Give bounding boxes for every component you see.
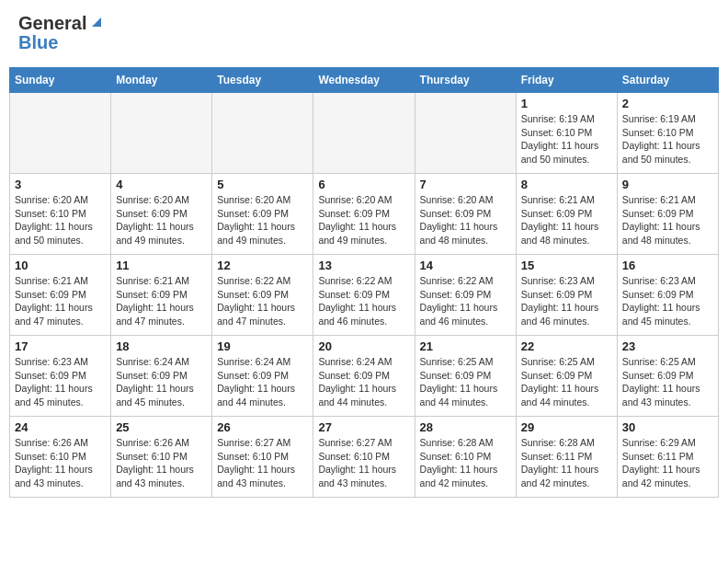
calendar-cell-22: 22Sunrise: 6:25 AMSunset: 6:09 PMDayligh… xyxy=(516,336,617,417)
calendar-cell-23: 23Sunrise: 6:25 AMSunset: 6:09 PMDayligh… xyxy=(617,336,718,417)
calendar-cell-6: 6Sunrise: 6:20 AMSunset: 6:09 PMDaylight… xyxy=(313,174,415,255)
calendar-table: SundayMondayTuesdayWednesdayThursdayFrid… xyxy=(9,67,719,498)
day-info: Sunrise: 6:25 AMSunset: 6:09 PMDaylight:… xyxy=(420,355,511,409)
calendar-cell-empty xyxy=(10,93,111,174)
day-info: Sunrise: 6:25 AMSunset: 6:09 PMDaylight:… xyxy=(622,355,713,409)
calendar-cell-30: 30Sunrise: 6:29 AMSunset: 6:11 PMDayligh… xyxy=(617,417,718,498)
calendar-cell-3: 3Sunrise: 6:20 AMSunset: 6:10 PMDaylight… xyxy=(10,174,111,255)
calendar-cell-2: 2Sunrise: 6:19 AMSunset: 6:10 PMDaylight… xyxy=(617,93,718,174)
day-info: Sunrise: 6:23 AMSunset: 6:09 PMDaylight:… xyxy=(15,355,106,409)
calendar-cell-1: 1Sunrise: 6:19 AMSunset: 6:10 PMDaylight… xyxy=(516,93,617,174)
calendar-cell-14: 14Sunrise: 6:22 AMSunset: 6:09 PMDayligh… xyxy=(415,255,516,336)
day-info: Sunrise: 6:21 AMSunset: 6:09 PMDaylight:… xyxy=(622,193,713,247)
calendar-cell-21: 21Sunrise: 6:25 AMSunset: 6:09 PMDayligh… xyxy=(415,336,516,417)
day-number: 2 xyxy=(622,97,713,110)
calendar-week-0: 1Sunrise: 6:19 AMSunset: 6:10 PMDaylight… xyxy=(10,93,719,174)
day-info: Sunrise: 6:23 AMSunset: 6:09 PMDaylight:… xyxy=(521,274,612,328)
day-number: 27 xyxy=(318,420,409,434)
day-info: Sunrise: 6:19 AMSunset: 6:10 PMDaylight:… xyxy=(521,112,612,167)
calendar-header-row: SundayMondayTuesdayWednesdayThursdayFrid… xyxy=(10,68,719,93)
day-number: 13 xyxy=(318,259,409,272)
day-info: Sunrise: 6:22 AMSunset: 6:09 PMDaylight:… xyxy=(318,274,409,328)
day-info: Sunrise: 6:20 AMSunset: 6:09 PMDaylight:… xyxy=(318,193,409,247)
calendar-cell-empty xyxy=(212,93,313,174)
calendar-week-4: 24Sunrise: 6:26 AMSunset: 6:10 PMDayligh… xyxy=(10,417,719,498)
logo-triangle-icon xyxy=(88,14,105,30)
calendar-week-2: 10Sunrise: 6:21 AMSunset: 6:09 PMDayligh… xyxy=(10,255,719,336)
calendar-header-friday: Friday xyxy=(516,68,617,93)
day-info: Sunrise: 6:25 AMSunset: 6:09 PMDaylight:… xyxy=(521,355,612,409)
logo-text-general: General xyxy=(18,14,86,32)
calendar-header-sunday: Sunday xyxy=(10,68,111,93)
day-number: 18 xyxy=(116,339,207,353)
day-number: 20 xyxy=(318,339,409,353)
day-number: 25 xyxy=(116,420,207,434)
day-info: Sunrise: 6:27 AMSunset: 6:10 PMDaylight:… xyxy=(217,436,308,490)
day-number: 15 xyxy=(521,259,612,272)
day-number: 1 xyxy=(521,97,612,110)
calendar-cell-10: 10Sunrise: 6:21 AMSunset: 6:09 PMDayligh… xyxy=(10,255,111,336)
calendar-cell-27: 27Sunrise: 6:27 AMSunset: 6:10 PMDayligh… xyxy=(313,417,415,498)
calendar-cell-empty xyxy=(313,93,415,174)
day-number: 6 xyxy=(318,178,409,191)
calendar-cell-7: 7Sunrise: 6:20 AMSunset: 6:09 PMDaylight… xyxy=(415,174,516,255)
day-number: 29 xyxy=(521,420,612,434)
calendar-cell-16: 16Sunrise: 6:23 AMSunset: 6:09 PMDayligh… xyxy=(617,255,718,336)
calendar-cell-4: 4Sunrise: 6:20 AMSunset: 6:09 PMDaylight… xyxy=(111,174,212,255)
page-header: General Blue xyxy=(9,9,719,58)
day-info: Sunrise: 6:20 AMSunset: 6:09 PMDaylight:… xyxy=(217,193,308,247)
calendar-cell-11: 11Sunrise: 6:21 AMSunset: 6:09 PMDayligh… xyxy=(111,255,212,336)
day-info: Sunrise: 6:28 AMSunset: 6:10 PMDaylight:… xyxy=(420,436,511,490)
calendar-header-tuesday: Tuesday xyxy=(212,68,313,93)
day-number: 9 xyxy=(622,178,713,191)
calendar-cell-15: 15Sunrise: 6:23 AMSunset: 6:09 PMDayligh… xyxy=(516,255,617,336)
day-info: Sunrise: 6:28 AMSunset: 6:11 PMDaylight:… xyxy=(521,436,612,490)
day-info: Sunrise: 6:24 AMSunset: 6:09 PMDaylight:… xyxy=(217,355,308,409)
day-info: Sunrise: 6:22 AMSunset: 6:09 PMDaylight:… xyxy=(420,274,511,328)
day-number: 7 xyxy=(420,178,511,191)
calendar-cell-19: 19Sunrise: 6:24 AMSunset: 6:09 PMDayligh… xyxy=(212,336,313,417)
day-info: Sunrise: 6:29 AMSunset: 6:11 PMDaylight:… xyxy=(622,436,713,490)
calendar-header-thursday: Thursday xyxy=(415,68,516,93)
calendar-cell-8: 8Sunrise: 6:21 AMSunset: 6:09 PMDaylight… xyxy=(516,174,617,255)
day-info: Sunrise: 6:19 AMSunset: 6:10 PMDaylight:… xyxy=(622,112,713,167)
day-number: 11 xyxy=(116,259,207,272)
day-number: 22 xyxy=(521,339,612,353)
calendar-week-1: 3Sunrise: 6:20 AMSunset: 6:10 PMDaylight… xyxy=(10,174,719,255)
logo: General Blue xyxy=(18,14,105,53)
day-info: Sunrise: 6:21 AMSunset: 6:09 PMDaylight:… xyxy=(521,193,612,247)
day-info: Sunrise: 6:20 AMSunset: 6:09 PMDaylight:… xyxy=(420,193,511,247)
day-number: 21 xyxy=(420,339,511,353)
svg-marker-0 xyxy=(92,17,101,27)
day-number: 5 xyxy=(217,178,308,191)
day-number: 28 xyxy=(420,420,511,434)
calendar-cell-25: 25Sunrise: 6:26 AMSunset: 6:10 PMDayligh… xyxy=(111,417,212,498)
calendar-cell-20: 20Sunrise: 6:24 AMSunset: 6:09 PMDayligh… xyxy=(313,336,415,417)
day-number: 30 xyxy=(622,420,713,434)
calendar-cell-empty xyxy=(111,93,212,174)
calendar-cell-9: 9Sunrise: 6:21 AMSunset: 6:09 PMDaylight… xyxy=(617,174,718,255)
logo-text-blue: Blue xyxy=(18,32,58,53)
day-number: 12 xyxy=(217,259,308,272)
calendar-header-wednesday: Wednesday xyxy=(313,68,415,93)
calendar-cell-29: 29Sunrise: 6:28 AMSunset: 6:11 PMDayligh… xyxy=(516,417,617,498)
day-number: 10 xyxy=(15,259,106,272)
day-number: 17 xyxy=(15,339,106,353)
calendar-cell-26: 26Sunrise: 6:27 AMSunset: 6:10 PMDayligh… xyxy=(212,417,313,498)
day-number: 4 xyxy=(116,178,207,191)
day-info: Sunrise: 6:21 AMSunset: 6:09 PMDaylight:… xyxy=(15,274,106,328)
day-number: 3 xyxy=(15,178,106,191)
day-info: Sunrise: 6:26 AMSunset: 6:10 PMDaylight:… xyxy=(15,436,106,490)
calendar-header-monday: Monday xyxy=(111,68,212,93)
day-info: Sunrise: 6:23 AMSunset: 6:09 PMDaylight:… xyxy=(622,274,713,328)
day-number: 23 xyxy=(622,339,713,353)
day-info: Sunrise: 6:24 AMSunset: 6:09 PMDaylight:… xyxy=(116,355,207,409)
day-number: 26 xyxy=(217,420,308,434)
calendar-cell-18: 18Sunrise: 6:24 AMSunset: 6:09 PMDayligh… xyxy=(111,336,212,417)
calendar-cell-empty xyxy=(415,93,516,174)
day-info: Sunrise: 6:20 AMSunset: 6:09 PMDaylight:… xyxy=(116,193,207,247)
calendar-cell-24: 24Sunrise: 6:26 AMSunset: 6:10 PMDayligh… xyxy=(10,417,111,498)
day-number: 19 xyxy=(217,339,308,353)
day-number: 14 xyxy=(420,259,511,272)
calendar-header-saturday: Saturday xyxy=(617,68,718,93)
